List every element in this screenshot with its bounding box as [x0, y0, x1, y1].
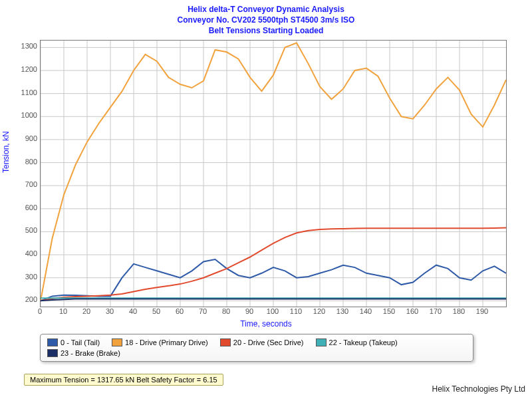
x-tick: 160 [406, 307, 418, 315]
legend-swatch [112, 338, 122, 346]
x-tick: 90 [245, 307, 253, 315]
y-tick: 300 [5, 273, 37, 281]
legend-label: 20 - Drive (Sec Drive) [233, 338, 304, 346]
y-tick: 1200 [5, 65, 37, 73]
x-tick: 80 [222, 307, 230, 315]
x-tick: 130 [336, 307, 348, 315]
plot-svg [41, 41, 506, 307]
title-line-1: Helix delta-T Conveyor Dynamic Analysis [0, 4, 532, 15]
footer-company: Helix Technologies Pty Ltd [432, 384, 525, 394]
legend-label: 0 - Tail (Tail) [61, 338, 100, 346]
legend-box: 0 - Tail (Tail)18 - Drive (Primary Drive… [40, 334, 473, 362]
legend-item: 20 - Drive (Sec Drive) [220, 338, 304, 346]
x-tick: 40 [129, 307, 137, 315]
y-tick: 800 [5, 158, 37, 166]
x-tick: 190 [476, 307, 488, 315]
x-tick: 150 [383, 307, 395, 315]
y-tick: 500 [5, 226, 37, 234]
y-tick: 900 [5, 134, 37, 142]
legend-swatch [220, 338, 231, 346]
x-tick: 120 [313, 307, 325, 315]
legend-label: 23 - Brake (Brake) [61, 349, 120, 357]
x-tick: 110 [290, 307, 302, 315]
chart-titles: Helix delta-T Conveyor Dynamic Analysis … [0, 4, 532, 37]
legend-swatch [47, 338, 58, 346]
y-tick: 200 [5, 295, 37, 303]
x-tick: 100 [267, 307, 279, 315]
title-line-2: Conveyor No. CV202 5500tph ST4500 3m/s I… [0, 15, 532, 25]
legend-item: 0 - Tail (Tail) [47, 338, 100, 346]
legend-swatch [47, 349, 58, 357]
x-tick: 140 [360, 307, 372, 315]
y-tick: 700 [5, 180, 37, 188]
chart-container: Helix delta-T Conveyor Dynamic Analysis … [0, 0, 532, 399]
legend-swatch [316, 338, 327, 346]
x-tick: 60 [176, 307, 184, 315]
x-tick: 0 [38, 307, 42, 315]
legend-label: 18 - Drive (Primary Drive) [125, 338, 208, 346]
x-tick: 30 [106, 307, 114, 315]
x-tick: 10 [59, 307, 67, 315]
x-tick: 70 [199, 307, 207, 315]
legend-item: 18 - Drive (Primary Drive) [112, 338, 208, 346]
max-tension-note: Maximum Tension = 1317.65 kN Belt Safety… [24, 374, 223, 386]
x-tick: 180 [453, 307, 465, 315]
y-tick: 1000 [5, 111, 37, 119]
y-tick: 600 [5, 203, 37, 211]
y-tick: 1100 [5, 88, 37, 96]
legend-row: 0 - Tail (Tail)18 - Drive (Primary Drive… [47, 338, 466, 357]
x-axis-label: Time, seconds [0, 319, 532, 329]
legend-item: 23 - Brake (Brake) [47, 349, 120, 357]
title-line-3: Belt Tensions Starting Loaded [0, 25, 532, 36]
legend-label: 22 - Takeup (Takeup) [329, 338, 398, 346]
x-tick: 20 [82, 307, 90, 315]
legend-item: 22 - Takeup (Takeup) [316, 338, 398, 346]
x-tick: 50 [152, 307, 160, 315]
y-tick: 1300 [5, 42, 37, 50]
plot-area [40, 40, 507, 307]
y-tick: 400 [5, 249, 37, 257]
x-tick: 170 [430, 307, 442, 315]
